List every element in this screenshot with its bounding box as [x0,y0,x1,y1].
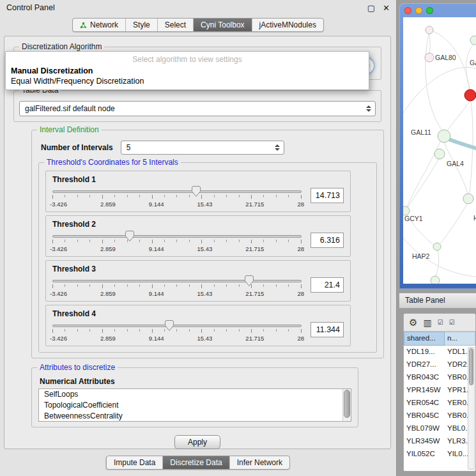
threshold-slider[interactable]: -3.4262.8599.14415.4321.71528 [52,275,302,298]
tab-impute-data[interactable]: Impute Data [107,456,162,469]
network-node[interactable] [464,89,476,101]
tick-mark [176,240,177,242]
threshold-value-field[interactable]: 21.4 [311,277,344,293]
scale-tick-label: -3.426 [50,335,67,342]
minimize-window-button[interactable] [415,7,422,14]
scale-tick-label: 28 [297,245,304,252]
threshold-slider[interactable]: -3.4262.8599.14415.4321.71528 [52,320,302,343]
attribute-list-item[interactable]: BetweennessCentrality [39,411,351,422]
columns-icon[interactable]: ▥ [423,318,431,328]
tab-label: Impute Data [114,458,155,467]
threshold-row: -3.4262.8599.14415.4321.715286.316 [52,231,344,254]
scale-tick-label: -3.426 [50,290,67,297]
list-scrollbar[interactable] [342,389,351,421]
scrollbar-thumb[interactable] [469,348,473,385]
network-node[interactable] [431,276,440,284]
slider-track[interactable] [52,235,302,238]
threshold-value-field[interactable]: 11.344 [311,322,344,337]
checkbox-icon[interactable]: ☑ [438,319,443,326]
network-node[interactable] [425,53,434,62]
tab-network[interactable]: Network [73,19,125,31]
app-root: Control Panel ▢ ✕ NetworkStyleSelectCyni… [0,0,476,476]
scrollbar-thumb[interactable] [344,390,350,418]
scale-tick-label: 15.43 [197,290,213,297]
table-row[interactable]: YBR043CYBR0... [404,371,475,384]
table-row[interactable]: YDR27...YDR2... [404,358,475,371]
scale-tick-label: 15.43 [197,335,213,342]
table-row[interactable]: YER054CYER0... [404,397,475,410]
network-edge [440,203,468,243]
slider-thumb[interactable] [192,186,201,197]
tab-infer-network[interactable]: Infer Network [229,456,289,469]
network-node[interactable] [463,194,473,204]
zoom-window-button[interactable] [426,7,433,14]
attribute-list-item[interactable]: SelfLoops [39,389,351,400]
threshold-row: -3.4262.8599.14415.4321.7152811.344 [52,320,344,343]
network-node[interactable] [426,26,433,34]
table-row[interactable]: YLR345WYLR3... [404,435,475,448]
network-node[interactable] [403,206,410,215]
slider-track[interactable] [52,325,302,327]
threshold-slider[interactable]: -3.4262.8599.14415.4321.71528 [52,231,302,254]
threshold-slider[interactable]: -3.4262.8599.14415.4321.71528 [52,186,302,209]
table-scrollbar[interactable] [468,347,475,470]
network-tab-icon [80,22,87,29]
close-icon[interactable]: ✕ [383,3,390,13]
slider-scale: -3.4262.8599.14415.4321.71528 [50,335,304,342]
tick-mark [89,329,90,332]
dropdown-options: Manual DiscretizationEqual Width/Frequen… [6,66,369,86]
table-row[interactable]: YBL079WYBL0... [404,422,475,435]
table-row[interactable]: YDL19...YDL1... [404,346,475,358]
network-node[interactable] [434,149,445,159]
tick-mark [77,329,78,332]
close-window-button[interactable] [404,7,411,14]
scale-tick-label: -3.426 [50,245,67,252]
checkbox-icon[interactable]: ☑ [449,319,455,326]
network-view-window: GAL80GAGAL11GAL4GCY1HHAP2 [399,3,476,289]
gear-icon[interactable]: ⚙ [409,317,417,328]
tick-mark [127,284,128,287]
algorithm-option[interactable]: Manual Discretization [6,66,369,76]
slider-thumb[interactable] [125,231,134,242]
slider-track[interactable] [52,280,302,282]
column-header[interactable]: shared... [404,332,445,346]
tick-mark [77,240,78,242]
table-row[interactable]: YPR145WYPR1... [404,384,475,397]
column-header[interactable]: n... [445,332,475,346]
tab-discretize-data[interactable]: Discretize Data [162,456,229,469]
slider-ticks [52,240,302,244]
network-node[interactable] [470,36,476,45]
network-canvas[interactable]: GAL80GAGAL11GAL4GCY1HHAP2 [403,17,476,284]
control-panel-title: Control Panel [6,3,55,12]
slider-thumb[interactable] [245,275,254,286]
network-node[interactable] [438,130,450,142]
table-data-select[interactable]: galFiltered.sif default node [19,101,376,116]
apply-button[interactable]: Apply [174,435,220,449]
tick-mark [189,240,190,242]
numerical-attributes-list[interactable]: SelfLoopsTopologicalCoefficientBetweenne… [38,388,351,422]
number-of-intervals-select[interactable]: 5 [121,141,284,155]
scale-tick-label: 28 [297,335,304,342]
spinner-arrows-icon [366,105,371,112]
network-node[interactable] [433,243,441,250]
tick-mark [263,329,264,332]
tab-cyni-toolbox[interactable]: Cyni Toolbox [193,19,251,31]
table-row[interactable]: YBR045CYBR0... [404,410,475,422]
tick-mark [214,195,215,197]
threshold-value-field[interactable]: 14.713 [311,188,344,203]
slider-thumb[interactable] [165,320,174,331]
threshold-value-field[interactable]: 6.316 [311,233,344,248]
top-tab-bar: NetworkStyleSelectCyni ToolboxjActiveMNo… [72,18,324,32]
tab-select[interactable]: Select [157,19,193,31]
algorithm-option[interactable]: Equal Width/Frequency Discretization [6,76,369,86]
table-row[interactable]: YIL052CYIL0... [404,448,475,461]
tick-mark [201,329,202,333]
float-window-icon[interactable]: ▢ [367,3,375,13]
tab-style[interactable]: Style [125,19,157,31]
attribute-list-item[interactable]: TopologicalCoefficient [39,400,351,411]
tick-mark [52,240,53,243]
cell-shared-name: YDL19... [404,346,445,358]
tab-jactivemnodules[interactable]: jActiveMNodules [252,19,323,31]
tick-mark [189,329,190,332]
slider-track[interactable] [52,190,302,193]
